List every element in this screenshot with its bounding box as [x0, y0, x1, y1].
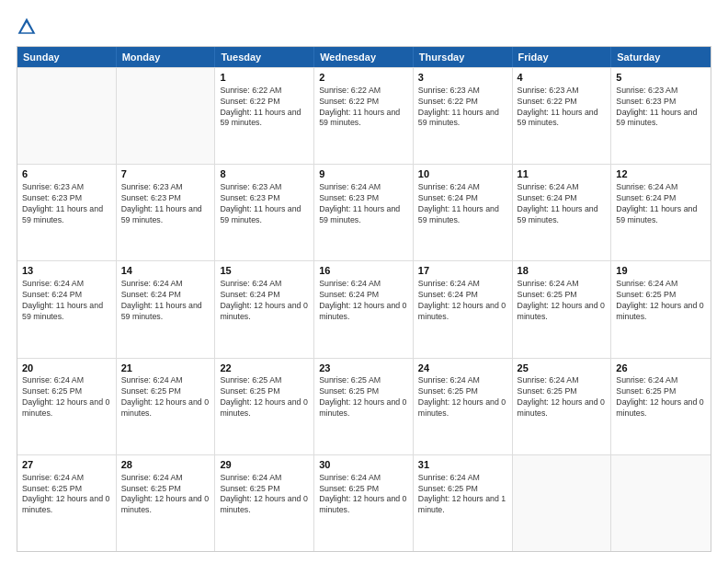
- cell-info: Sunrise: 6:23 AM Sunset: 6:23 PM Dayligh…: [22, 182, 111, 226]
- page: SundayMondayTuesdayWednesdayThursdayFrid…: [0, 0, 728, 563]
- calendar-row-1: 1Sunrise: 6:22 AM Sunset: 6:22 PM Daylig…: [17, 67, 711, 164]
- cell-info: Sunrise: 6:23 AM Sunset: 6:23 PM Dayligh…: [616, 86, 706, 130]
- cell-info: Sunrise: 6:24 AM Sunset: 6:25 PM Dayligh…: [319, 473, 408, 517]
- cell-info: Sunrise: 6:23 AM Sunset: 6:22 PM Dayligh…: [418, 86, 507, 130]
- logo-icon: [17, 17, 37, 37]
- day-number: 10: [418, 167, 507, 181]
- weekday-header-monday: Monday: [117, 47, 216, 67]
- weekday-header-tuesday: Tuesday: [215, 47, 314, 67]
- empty-cell: [117, 68, 216, 164]
- day-number: 20: [22, 362, 111, 375]
- calendar: SundayMondayTuesdayWednesdayThursdayFrid…: [17, 46, 711, 552]
- day-number: 12: [616, 167, 706, 181]
- empty-cell: [17, 68, 117, 164]
- day-number: 25: [518, 362, 607, 375]
- cell-info: Sunrise: 6:23 AM Sunset: 6:23 PM Dayligh…: [121, 182, 210, 226]
- weekday-header-friday: Friday: [513, 47, 612, 67]
- day-number: 22: [220, 362, 309, 375]
- day-cell-13: 13Sunrise: 6:24 AM Sunset: 6:24 PM Dayli…: [17, 261, 117, 357]
- day-number: 30: [319, 458, 408, 472]
- day-cell-15: 15Sunrise: 6:24 AM Sunset: 6:24 PM Dayli…: [215, 261, 314, 357]
- day-cell-27: 27Sunrise: 6:24 AM Sunset: 6:25 PM Dayli…: [17, 455, 117, 551]
- day-number: 13: [22, 264, 111, 278]
- cell-info: Sunrise: 6:24 AM Sunset: 6:25 PM Dayligh…: [418, 375, 507, 419]
- cell-info: Sunrise: 6:22 AM Sunset: 6:22 PM Dayligh…: [220, 86, 309, 130]
- day-number: 21: [121, 362, 210, 375]
- cell-info: Sunrise: 6:24 AM Sunset: 6:25 PM Dayligh…: [220, 473, 309, 517]
- day-number: 8: [220, 167, 309, 181]
- day-number: 26: [616, 362, 706, 375]
- day-cell-4: 4Sunrise: 6:23 AM Sunset: 6:22 PM Daylig…: [513, 68, 612, 164]
- day-cell-2: 2Sunrise: 6:22 AM Sunset: 6:22 PM Daylig…: [314, 68, 414, 164]
- day-cell-1: 1Sunrise: 6:22 AM Sunset: 6:22 PM Daylig…: [215, 68, 314, 164]
- cell-info: Sunrise: 6:24 AM Sunset: 6:24 PM Dayligh…: [22, 279, 111, 323]
- day-number: 2: [319, 71, 408, 85]
- day-cell-20: 20Sunrise: 6:24 AM Sunset: 6:25 PM Dayli…: [17, 359, 117, 454]
- cell-info: Sunrise: 6:24 AM Sunset: 6:25 PM Dayligh…: [518, 279, 607, 323]
- cell-info: Sunrise: 6:24 AM Sunset: 6:25 PM Dayligh…: [121, 375, 210, 419]
- day-number: 18: [518, 264, 607, 278]
- day-cell-9: 9Sunrise: 6:24 AM Sunset: 6:23 PM Daylig…: [314, 165, 414, 260]
- day-number: 11: [518, 167, 607, 181]
- cell-info: Sunrise: 6:24 AM Sunset: 6:23 PM Dayligh…: [319, 182, 408, 226]
- day-number: 14: [121, 264, 210, 278]
- day-number: 15: [220, 264, 309, 278]
- cell-info: Sunrise: 6:24 AM Sunset: 6:25 PM Dayligh…: [22, 375, 111, 419]
- day-cell-6: 6Sunrise: 6:23 AM Sunset: 6:23 PM Daylig…: [17, 165, 117, 260]
- cell-info: Sunrise: 6:24 AM Sunset: 6:25 PM Dayligh…: [22, 473, 111, 517]
- day-number: 9: [319, 167, 408, 181]
- day-number: 3: [418, 71, 507, 85]
- weekday-header-sunday: Sunday: [17, 47, 117, 67]
- cell-info: Sunrise: 6:24 AM Sunset: 6:25 PM Dayligh…: [616, 375, 706, 419]
- cell-info: Sunrise: 6:24 AM Sunset: 6:25 PM Dayligh…: [616, 279, 706, 323]
- day-cell-29: 29Sunrise: 6:24 AM Sunset: 6:25 PM Dayli…: [215, 455, 314, 551]
- day-number: 17: [418, 264, 507, 278]
- empty-cell: [611, 455, 711, 551]
- calendar-row-4: 20Sunrise: 6:24 AM Sunset: 6:25 PM Dayli…: [17, 358, 711, 454]
- cell-info: Sunrise: 6:24 AM Sunset: 6:24 PM Dayligh…: [121, 279, 210, 323]
- day-cell-3: 3Sunrise: 6:23 AM Sunset: 6:22 PM Daylig…: [414, 68, 513, 164]
- day-cell-5: 5Sunrise: 6:23 AM Sunset: 6:23 PM Daylig…: [611, 68, 711, 164]
- day-cell-26: 26Sunrise: 6:24 AM Sunset: 6:25 PM Dayli…: [611, 359, 711, 454]
- day-cell-17: 17Sunrise: 6:24 AM Sunset: 6:24 PM Dayli…: [414, 261, 513, 357]
- day-cell-14: 14Sunrise: 6:24 AM Sunset: 6:24 PM Dayli…: [117, 261, 216, 357]
- day-cell-16: 16Sunrise: 6:24 AM Sunset: 6:24 PM Dayli…: [314, 261, 414, 357]
- header: [17, 17, 711, 37]
- cell-info: Sunrise: 6:23 AM Sunset: 6:23 PM Dayligh…: [220, 182, 309, 226]
- day-cell-10: 10Sunrise: 6:24 AM Sunset: 6:24 PM Dayli…: [414, 165, 513, 260]
- calendar-row-2: 6Sunrise: 6:23 AM Sunset: 6:23 PM Daylig…: [17, 164, 711, 260]
- day-number: 27: [22, 458, 111, 472]
- day-cell-12: 12Sunrise: 6:24 AM Sunset: 6:24 PM Dayli…: [611, 165, 711, 260]
- day-cell-21: 21Sunrise: 6:24 AM Sunset: 6:25 PM Dayli…: [117, 359, 216, 454]
- day-number: 4: [518, 71, 607, 85]
- cell-info: Sunrise: 6:24 AM Sunset: 6:25 PM Dayligh…: [518, 375, 607, 419]
- day-cell-11: 11Sunrise: 6:24 AM Sunset: 6:24 PM Dayli…: [513, 165, 612, 260]
- empty-cell: [513, 455, 612, 551]
- cell-info: Sunrise: 6:25 AM Sunset: 6:25 PM Dayligh…: [220, 375, 309, 419]
- cell-info: Sunrise: 6:22 AM Sunset: 6:22 PM Dayligh…: [319, 86, 408, 130]
- cell-info: Sunrise: 6:24 AM Sunset: 6:25 PM Dayligh…: [418, 473, 507, 517]
- day-cell-19: 19Sunrise: 6:24 AM Sunset: 6:25 PM Dayli…: [611, 261, 711, 357]
- cell-info: Sunrise: 6:24 AM Sunset: 6:24 PM Dayligh…: [616, 182, 706, 226]
- logo: [17, 17, 40, 37]
- day-cell-24: 24Sunrise: 6:24 AM Sunset: 6:25 PM Dayli…: [414, 359, 513, 454]
- day-cell-30: 30Sunrise: 6:24 AM Sunset: 6:25 PM Dayli…: [314, 455, 414, 551]
- calendar-header: SundayMondayTuesdayWednesdayThursdayFrid…: [17, 47, 711, 67]
- day-number: 28: [121, 458, 210, 472]
- cell-info: Sunrise: 6:24 AM Sunset: 6:24 PM Dayligh…: [220, 279, 309, 323]
- day-cell-31: 31Sunrise: 6:24 AM Sunset: 6:25 PM Dayli…: [414, 455, 513, 551]
- day-number: 24: [418, 362, 507, 375]
- cell-info: Sunrise: 6:24 AM Sunset: 6:24 PM Dayligh…: [319, 279, 408, 323]
- calendar-row-3: 13Sunrise: 6:24 AM Sunset: 6:24 PM Dayli…: [17, 260, 711, 357]
- weekday-header-thursday: Thursday: [414, 47, 513, 67]
- day-number: 7: [121, 167, 210, 181]
- day-number: 6: [22, 167, 111, 181]
- weekday-header-saturday: Saturday: [611, 47, 711, 67]
- day-cell-18: 18Sunrise: 6:24 AM Sunset: 6:25 PM Dayli…: [513, 261, 612, 357]
- cell-info: Sunrise: 6:24 AM Sunset: 6:24 PM Dayligh…: [518, 182, 607, 226]
- day-number: 16: [319, 264, 408, 278]
- cell-info: Sunrise: 6:25 AM Sunset: 6:25 PM Dayligh…: [319, 375, 408, 419]
- day-cell-23: 23Sunrise: 6:25 AM Sunset: 6:25 PM Dayli…: [314, 359, 414, 454]
- day-cell-22: 22Sunrise: 6:25 AM Sunset: 6:25 PM Dayli…: [215, 359, 314, 454]
- day-number: 29: [220, 458, 309, 472]
